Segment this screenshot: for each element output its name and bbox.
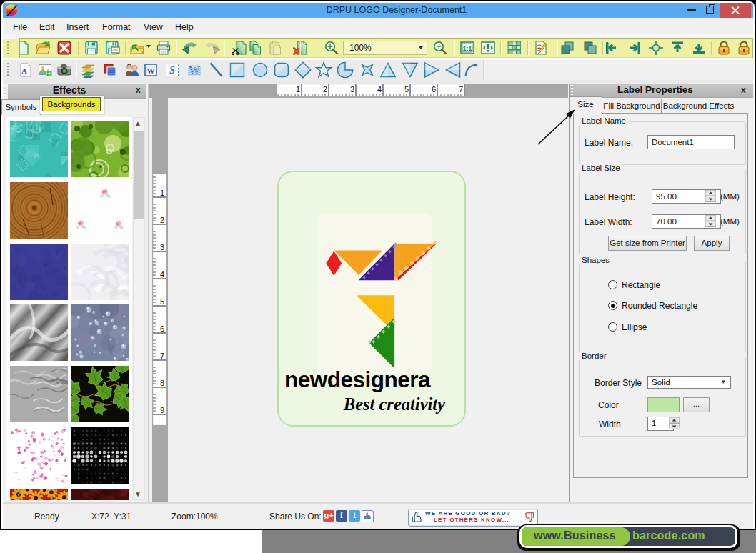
svg-text:2: 2 — [160, 216, 164, 224]
svg-text:9: 9 — [160, 406, 164, 414]
svg-text:1: 1 — [160, 189, 164, 197]
svg-text:2: 2 — [323, 85, 327, 94]
svg-text:8: 8 — [160, 379, 164, 387]
svg-text:1:1: 1:1 — [462, 45, 472, 52]
svg-text:7: 7 — [160, 352, 164, 360]
svg-text:6: 6 — [432, 85, 436, 94]
svg-text:4: 4 — [160, 270, 164, 279]
svg-text:5: 5 — [404, 85, 409, 94]
svg-text:W: W — [147, 66, 155, 75]
svg-text:4: 4 — [377, 85, 382, 94]
svg-text:5: 5 — [160, 297, 164, 306]
svg-text:A: A — [21, 66, 27, 75]
svg-text:1: 1 — [296, 85, 300, 94]
svg-text:7: 7 — [459, 85, 463, 94]
svg-text:S: S — [169, 65, 175, 76]
svg-text:3: 3 — [350, 85, 354, 94]
svg-text:3: 3 — [160, 243, 164, 251]
svg-text:6: 6 — [160, 324, 164, 333]
